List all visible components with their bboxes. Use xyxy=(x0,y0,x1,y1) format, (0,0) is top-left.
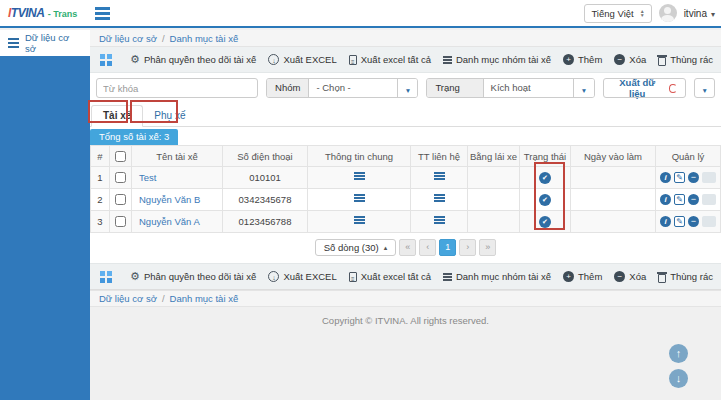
grid-icon[interactable] xyxy=(100,271,105,276)
breadcrumb-link-danh-muc-tai-xe[interactable]: Danh mục tài xế xyxy=(170,293,239,304)
row-index: 2 xyxy=(91,189,110,211)
action-add-button[interactable]: Thêm xyxy=(563,271,602,282)
action-add-button[interactable]: Thêm xyxy=(563,54,602,65)
status-filter-caret-button[interactable] xyxy=(573,79,593,97)
edit-icon[interactable] xyxy=(674,194,685,205)
row-checkbox[interactable] xyxy=(115,172,126,183)
remove-icon[interactable] xyxy=(688,172,699,183)
action-delete-button[interactable]: Xóa xyxy=(614,271,646,282)
tab-tai-xe[interactable]: Tài xế xyxy=(91,105,143,127)
page-1-button[interactable]: 1 xyxy=(439,239,456,256)
row-index: 1 xyxy=(91,167,110,189)
hamburger-bars xyxy=(95,7,110,10)
table-row: 1 Test 010101 xyxy=(91,167,721,189)
action-export-all-button[interactable]: Xuất excel tất cả xyxy=(349,54,431,65)
action-export-excel-button[interactable]: Xuất EXCEL xyxy=(268,54,336,65)
logo-suffix: - Trans xyxy=(48,9,78,19)
driver-name-link[interactable]: Nguyễn Văn B xyxy=(139,194,200,205)
action-label: Thêm xyxy=(578,271,602,282)
action-export-all-button[interactable]: Xuất excel tất cả xyxy=(349,271,431,282)
row-checkbox[interactable] xyxy=(115,216,126,227)
hamburger-menu-icon[interactable] xyxy=(93,3,112,24)
extra-action-icon[interactable] xyxy=(702,216,716,227)
action-trash-button[interactable]: Thùng rác xyxy=(658,271,713,283)
grid-icon[interactable] xyxy=(100,54,105,59)
remove-icon[interactable] xyxy=(688,194,699,205)
toolbar-actions: Phân quyền theo dõi tài xế Xuất EXCEL Xu… xyxy=(130,54,713,66)
page-prev-button[interactable]: ‹ xyxy=(419,239,436,256)
tab-phu-xe[interactable]: Phụ xế xyxy=(143,106,196,126)
table-header-row: # Tên tài xế Số điện thoại Thông tin chu… xyxy=(91,146,721,167)
filter-collapse-button[interactable] xyxy=(694,78,715,98)
breadcrumb-link-du-lieu-co-so[interactable]: Dữ liệu cơ sở xyxy=(99,293,157,304)
page-last-button[interactable]: » xyxy=(479,239,496,256)
action-driver-group-button[interactable]: Danh mục nhóm tài xế xyxy=(443,271,551,282)
info-icon[interactable] xyxy=(660,172,671,183)
action-permission-button[interactable]: Phân quyền theo dõi tài xế xyxy=(130,54,256,65)
plus-circle-icon xyxy=(563,271,574,282)
col-manage: Quản lý xyxy=(656,146,721,167)
driver-phone: 0342345678 xyxy=(223,189,308,211)
action-driver-group-button[interactable]: Danh mục nhóm tài xế xyxy=(443,54,551,65)
action-export-excel-button[interactable]: Xuất EXCEL xyxy=(268,271,336,282)
action-label: Xuất EXCEL xyxy=(283,54,336,65)
scroll-bottom-button[interactable] xyxy=(669,369,688,388)
status-active-check-icon[interactable] xyxy=(539,216,551,228)
toolbar-top: Phân quyền theo dõi tài xế Xuất EXCEL Xu… xyxy=(90,47,721,73)
group-filter-caret-button[interactable] xyxy=(397,79,417,97)
action-label: Phân quyền theo dõi tài xế xyxy=(144,271,257,282)
refresh-icon xyxy=(669,84,678,93)
action-permission-button[interactable]: Phân quyền theo dõi tài xế xyxy=(130,271,256,282)
driver-name-link[interactable]: Test xyxy=(139,172,156,183)
general-info-list-icon[interactable] xyxy=(354,172,365,174)
keyword-input[interactable] xyxy=(96,78,258,98)
breadcrumb-link-danh-muc-tai-xe[interactable]: Danh mục tài xế xyxy=(170,33,239,44)
edit-icon[interactable] xyxy=(674,216,685,227)
status-filter: Trạng thái Kích hoạt xyxy=(426,78,594,98)
export-data-button[interactable]: Xuất dữ liệu xyxy=(603,78,687,98)
breadcrumb-bottom: Dữ liệu cơ sở / Danh mục tài xế xyxy=(90,290,721,307)
contact-list-icon[interactable] xyxy=(434,172,445,174)
info-icon[interactable] xyxy=(660,216,671,227)
contact-list-icon[interactable] xyxy=(434,216,445,218)
page-next-button[interactable]: › xyxy=(459,239,476,256)
remove-icon[interactable] xyxy=(688,216,699,227)
col-license: Bằng lái xe xyxy=(468,146,520,167)
language-select-value: Tiếng Việt xyxy=(591,8,633,19)
select-all-checkbox[interactable] xyxy=(115,151,126,162)
general-info-list-icon[interactable] xyxy=(354,194,365,196)
status-active-check-icon[interactable] xyxy=(539,194,551,206)
edit-icon[interactable] xyxy=(674,172,685,183)
extra-action-icon[interactable] xyxy=(702,194,716,205)
sidebar-item-du-lieu-co-so[interactable]: Dữ liệu cơ sở xyxy=(0,30,90,56)
driver-name-link[interactable]: Nguyễn Văn A xyxy=(139,216,200,227)
user-menu[interactable]: itvina xyxy=(684,8,715,19)
extra-action-icon[interactable] xyxy=(702,172,716,183)
action-label: Thùng rác xyxy=(670,271,713,282)
trash-icon xyxy=(658,57,666,66)
breadcrumb: Dữ liệu cơ sở / Danh mục tài xế xyxy=(90,30,721,47)
col-contact: TT liên hệ xyxy=(411,146,468,167)
general-info-list-icon[interactable] xyxy=(354,216,365,218)
select-arrows-icon: ▲▼ xyxy=(640,9,645,17)
scroll-top-button[interactable] xyxy=(669,344,688,363)
language-select[interactable]: Tiếng Việt ▲▼ xyxy=(584,4,651,23)
page-first-button[interactable]: « xyxy=(399,239,416,256)
download-circle-icon xyxy=(268,54,279,65)
action-delete-button[interactable]: Xóa xyxy=(614,54,646,65)
action-label: Xóa xyxy=(629,54,646,65)
row-checkbox[interactable] xyxy=(115,194,126,205)
avatar[interactable] xyxy=(659,4,677,22)
start-date-cell xyxy=(571,211,656,233)
group-filter-select[interactable]: - Chọn - xyxy=(309,79,397,97)
contact-list-icon[interactable] xyxy=(434,194,445,196)
status-active-check-icon[interactable] xyxy=(539,172,551,184)
info-icon[interactable] xyxy=(660,194,671,205)
breadcrumb-link-du-lieu-co-so[interactable]: Dữ liệu cơ sở xyxy=(99,33,157,44)
group-filter-label: Nhóm xyxy=(267,79,309,97)
col-start-date: Ngày vào làm xyxy=(571,146,656,167)
action-trash-button[interactable]: Thùng rác xyxy=(658,54,713,66)
tab-bar: Tài xế Phụ xế xyxy=(90,103,721,127)
status-filter-select[interactable]: Kích hoạt xyxy=(484,79,574,97)
rows-per-page-button[interactable]: Số dòng (30) xyxy=(315,239,396,256)
